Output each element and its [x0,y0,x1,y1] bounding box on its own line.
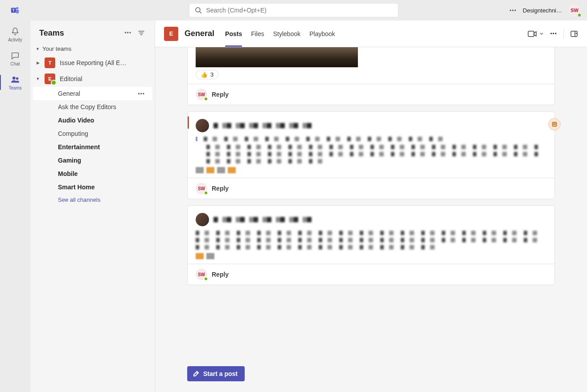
channel-row[interactable]: Entertainment [30,140,155,154]
channel-header: E General Posts Files Stylebook Playbook [155,20,587,47]
channel-name: Smart Home [58,184,94,191]
divider [563,29,564,39]
svg-point-3 [196,8,200,12]
team-name: Editorial [60,75,149,82]
thumbs-up-icon: 👍 [201,71,208,78]
reply-label: Reply [212,271,229,278]
post-card: SW Reply [187,111,555,199]
tab-stylebook[interactable]: Stylebook [273,20,300,47]
chevron-down-icon [539,32,544,36]
team-avatar: T [45,57,55,68]
reply-row[interactable]: SW Reply [188,264,554,285]
team-avatar: E [45,74,55,84]
body: Activity Chat Teams Teams ▼ [0,20,587,392]
main: E General Posts Files Stylebook Playbook [155,20,587,392]
reply-label: Reply [212,91,229,98]
svg-point-6 [16,78,18,79]
redacted-reactions [196,253,546,259]
channel-team-avatar: E [164,27,178,41]
open-panel-icon[interactable] [570,30,578,38]
avatar-initials: SW [198,186,205,191]
your-teams-header[interactable]: ▼ Your teams [30,43,155,55]
meet-button[interactable] [528,30,544,37]
filter-icon[interactable] [136,28,147,38]
settings-more-icon[interactable] [509,7,517,14]
post-header [196,119,546,132]
post-card: SW Reply [187,205,555,285]
rail-label: Activity [8,37,22,42]
team-row-editorial[interactable]: ▼ E Editorial [30,71,155,87]
start-post-button[interactable]: Start a post [187,366,245,381]
tab-playbook[interactable]: Playbook [309,20,335,47]
user-avatar-initials: SW [571,8,579,13]
section-label: Your teams [42,45,71,52]
svg-text:T: T [12,8,15,12]
sidebar: Teams ▼ Your teams ▶ T Issue Reporting (… [30,20,155,392]
channel-post-icon[interactable] [548,118,561,131]
redacted-text [206,145,540,149]
reply-avatar: SW [196,89,207,100]
compose-icon [193,370,200,377]
quoted-block [196,137,546,141]
search-box[interactable] [189,3,398,17]
avatar-initials: SW [198,92,205,97]
svg-point-5 [13,77,16,79]
channel-row[interactable]: Smart Home [30,180,155,194]
post-header [196,213,546,226]
reaction-chip[interactable]: 👍 3 [196,70,218,79]
tab-posts[interactable]: Posts [225,20,242,47]
channel-name: Mobile [58,170,78,177]
team-row-issue-reporting[interactable]: ▶ T Issue Reporting (All E… [30,55,155,71]
sidebar-header: Teams [30,20,155,43]
rail-item-chat[interactable]: Chat [0,46,30,70]
reply-row[interactable]: SW Reply [188,84,554,105]
sidebar-scroll[interactable]: ▼ Your teams ▶ T Issue Reporting (All E…… [30,43,155,392]
topbar: T Designtechni… SW [0,0,587,20]
feed[interactable]: 👍 3 SW Reply [155,47,587,358]
org-label[interactable]: Designtechni… [523,7,562,14]
see-all-channels[interactable]: See all channels [30,194,155,206]
channel-header-actions [528,29,578,39]
channel-row[interactable]: Mobile [30,167,155,180]
author-avatar[interactable] [196,213,209,226]
channel-row[interactable]: Computing [30,127,155,140]
channel-title: General [185,29,214,38]
redacted-text [204,137,443,141]
reaction-count: 3 [210,71,213,78]
teams-icon [10,75,20,85]
chat-icon [10,51,20,61]
channel-row-general[interactable]: General [33,87,152,100]
avatar-initials: SW [198,272,205,277]
channel-name: Entertainment [58,143,100,151]
caret-down-icon: ▼ [36,47,40,51]
channel-more-icon[interactable] [138,90,145,97]
rail-label: Chat [10,61,20,66]
author-avatar[interactable] [196,119,209,132]
rail-item-teams[interactable]: Teams [0,70,30,94]
reply-label: Reply [212,185,229,192]
team-name: Issue Reporting (All E… [60,59,149,66]
redacted-author-line [213,217,312,222]
channel-name: Ask the Copy Editors [58,103,116,110]
compose-area: Start a post [155,358,587,392]
user-avatar[interactable]: SW [568,4,581,16]
channel-name: Audio Video [58,117,94,124]
channel-tabs: Posts Files Stylebook Playbook [225,20,335,47]
channel-row[interactable]: Ask the Copy Editors [30,100,155,114]
rail-item-activity[interactable]: Activity [0,22,30,46]
channel-row[interactable]: Audio Video [30,114,155,127]
reply-row[interactable]: SW Reply [188,178,554,199]
sidebar-more-icon[interactable] [123,28,133,38]
bell-icon [10,27,20,37]
tab-files[interactable]: Files [251,20,264,47]
redacted-text [206,152,540,156]
channel-more-icon[interactable] [550,31,557,37]
post-image[interactable] [196,47,358,67]
search-input[interactable] [206,7,393,14]
channel-name: Computing [58,130,88,137]
channel-row[interactable]: Gaming [30,154,155,167]
redacted-reactions [196,167,546,173]
redacted-text [196,245,441,249]
app-rail: Activity Chat Teams [0,20,30,392]
topbar-right: Designtechni… SW [509,4,587,16]
